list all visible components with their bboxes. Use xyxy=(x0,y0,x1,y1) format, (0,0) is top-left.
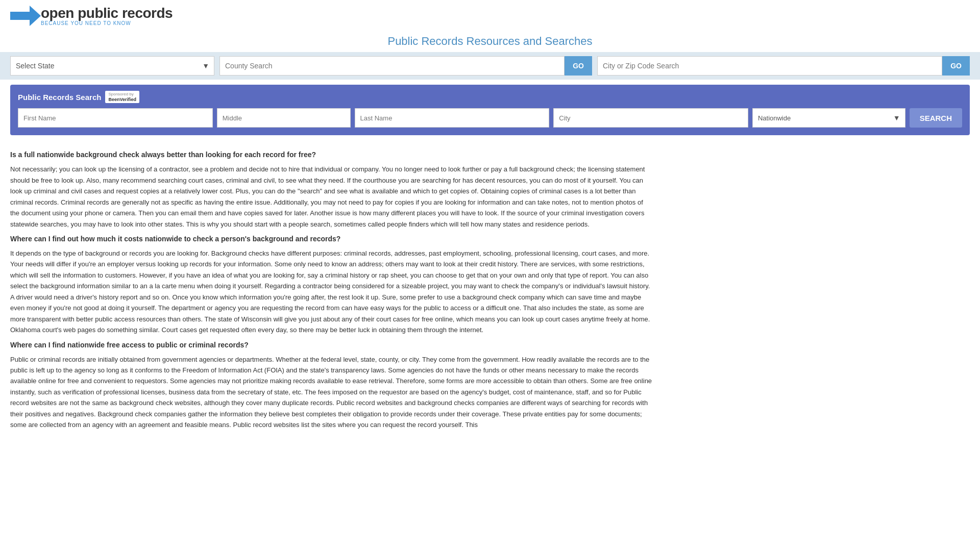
nationwide-select-wrapper: Nationwide ▼ xyxy=(752,108,905,128)
county-go-button[interactable]: GO xyxy=(565,56,592,76)
svg-rect-0 xyxy=(10,12,31,20)
state-select-wrapper: Select State Alabama Alaska Arizona Arka… xyxy=(10,56,214,76)
section-2-body: It depends on the type of background or … xyxy=(10,248,653,336)
state-select[interactable]: Select State Alabama Alaska Arizona Arka… xyxy=(10,56,214,76)
search-widget: Public Records Search Sponsored by BeenV… xyxy=(10,85,970,135)
county-search-wrapper: GO xyxy=(219,56,592,76)
logo-text: open public records BECAUSE YOU NEED TO … xyxy=(41,5,173,26)
city-zip-wrapper: GO xyxy=(597,56,970,76)
page-title: Public Records Resources and Searches xyxy=(0,29,980,52)
logo-open: open xyxy=(41,5,78,21)
city-input[interactable] xyxy=(553,108,748,128)
city-go-button[interactable]: GO xyxy=(942,56,970,76)
section-3-body: Public or criminal records are initially… xyxy=(10,354,653,431)
logo-main-text: open public records xyxy=(41,5,173,21)
logo-tagline: BECAUSE YOU NEED TO KNOW xyxy=(41,20,173,26)
sponsored-badge: Sponsored by BeenVerified xyxy=(105,91,139,103)
logo-records: records xyxy=(122,5,173,21)
section-1-body: Not necessarily; you can look up the lic… xyxy=(10,164,653,230)
widget-form: Nationwide ▼ SEARCH xyxy=(18,108,962,128)
middle-name-input[interactable] xyxy=(217,108,351,128)
logo-public: public xyxy=(78,5,122,21)
been-verified-label: BeenVerified xyxy=(108,97,136,103)
section-3-heading: Where can I find nationwide free access … xyxy=(10,341,653,349)
city-zip-input[interactable] xyxy=(597,56,942,76)
nationwide-select[interactable]: Nationwide xyxy=(752,108,905,128)
section-1-heading: Is a full nationwide background check al… xyxy=(10,151,653,159)
logo-arrow-icon xyxy=(10,6,41,26)
svg-marker-1 xyxy=(30,6,41,26)
county-search-input[interactable] xyxy=(219,56,565,76)
widget-title: Public Records Search xyxy=(18,93,101,102)
search-button[interactable]: SEARCH xyxy=(910,108,962,128)
first-name-input[interactable] xyxy=(18,108,213,128)
section-1: Is a full nationwide background check al… xyxy=(10,151,653,230)
content: Is a full nationwide background check al… xyxy=(0,140,664,443)
logo: open public records BECAUSE YOU NEED TO … xyxy=(10,5,173,26)
search-bar: Select State Alabama Alaska Arizona Arka… xyxy=(0,52,980,80)
widget-header: Public Records Search Sponsored by BeenV… xyxy=(18,91,962,103)
section-2-heading: Where can I find out how much it costs n… xyxy=(10,235,653,243)
section-3: Where can I find nationwide free access … xyxy=(10,341,653,431)
header: open public records BECAUSE YOU NEED TO … xyxy=(0,0,980,29)
sponsored-by-label: Sponsored by xyxy=(108,92,136,97)
last-name-input[interactable] xyxy=(355,108,550,128)
section-2: Where can I find out how much it costs n… xyxy=(10,235,653,336)
